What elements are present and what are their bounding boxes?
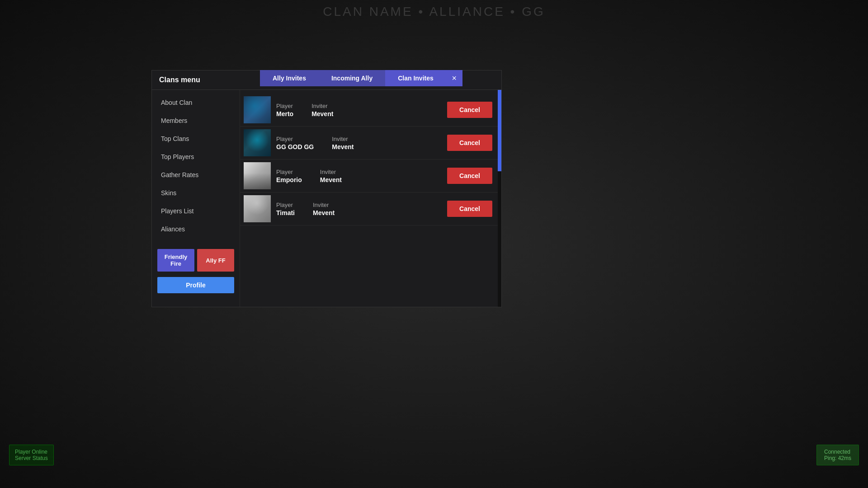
cancel-button-4[interactable]: Cancel [447, 201, 492, 217]
bottom-right-line2: Ping: 42ms [824, 455, 851, 461]
clans-dialog: Clans menu About Clan Members Top Clans … [151, 70, 502, 307]
invite-inviter-3: Inviter Mevent [320, 169, 342, 183]
invite-row-4: Player Timati Inviter Mevent Cancel [240, 192, 501, 225]
friendly-fire-button[interactable]: Friendly Fire [157, 249, 194, 272]
sidebar-item-gather-rates[interactable]: Gather Rates [152, 166, 240, 184]
invite-player-1: Player Merto [276, 103, 293, 117]
close-button[interactable]: × [446, 70, 462, 86]
bottom-left-widget: Player Online Server Status [9, 445, 54, 465]
bottom-right-widget: Connected Ping: 42ms [816, 445, 859, 465]
tabs-bar: Ally Invites Incoming Ally Clan Invites … [260, 70, 462, 86]
invite-info-2: Player GG GOD GG Inviter Mevent [276, 136, 442, 150]
inviter-name-3: Mevent [320, 176, 342, 183]
sidebar-item-members[interactable]: Members [152, 112, 240, 130]
top-background-text: CLAN NAME • ALLIANCE • GG [323, 0, 545, 19]
bottom-left-line2: Server Status [15, 455, 48, 461]
dialog-body: About Clan Members Top Clans Top Players… [152, 90, 501, 307]
ally-ff-button[interactable]: Ally FF [197, 249, 234, 272]
avatar-timati [244, 195, 271, 222]
inviter-label-1: Inviter [311, 103, 333, 109]
inviter-label-2: Inviter [332, 136, 354, 142]
sidebar-item-aliances[interactable]: Aliances [152, 220, 240, 238]
invite-inviter-4: Inviter Mevent [313, 202, 335, 216]
sidebar-item-about-clan[interactable]: About Clan [152, 94, 240, 112]
player-label-2: Player [276, 136, 314, 142]
inviter-name-2: Mevent [332, 143, 354, 150]
player-name-2: GG GOD GG [276, 143, 314, 150]
invite-row-3: Player Emporio Inviter Mevent Cancel [240, 160, 501, 192]
player-label-1: Player [276, 103, 293, 109]
bottom-right-line1: Connected [824, 449, 851, 455]
invite-inviter-2: Inviter Mevent [332, 136, 354, 150]
sidebar-item-players-list[interactable]: Players List [152, 202, 240, 220]
content-area: Player Merto Inviter Mevent Cancel Playe… [240, 90, 501, 307]
tab-incoming-ally[interactable]: Incoming Ally [319, 70, 385, 86]
tab-ally-invites[interactable]: Ally Invites [260, 70, 319, 86]
cancel-button-2[interactable]: Cancel [447, 135, 492, 151]
invite-player-3: Player Emporio [276, 169, 302, 183]
player-label-3: Player [276, 169, 302, 175]
inviter-label-3: Inviter [320, 169, 342, 175]
tab-clan-invites[interactable]: Clan Invites [385, 70, 446, 86]
invite-row-2: Player GG GOD GG Inviter Mevent Cancel [240, 127, 501, 160]
invite-info-3: Player Emporio Inviter Mevent [276, 169, 442, 183]
invite-player-4: Player Timati [276, 202, 295, 216]
player-name-3: Emporio [276, 176, 302, 183]
invite-player-2: Player GG GOD GG [276, 136, 314, 150]
scrollbar-thumb[interactable] [498, 90, 501, 171]
inviter-name-4: Mevent [313, 209, 335, 216]
avatar-merto [244, 96, 271, 123]
scrollbar-track[interactable] [498, 90, 501, 307]
avatar-emporio [244, 162, 271, 189]
dialog-title: Clans menu [159, 76, 200, 84]
sidebar-action-buttons: Friendly Fire Ally FF [152, 242, 240, 275]
bottom-left-line1: Player Online [15, 449, 48, 455]
invite-info-1: Player Merto Inviter Mevent [276, 103, 442, 117]
player-label-4: Player [276, 202, 295, 208]
sidebar-item-top-clans[interactable]: Top Clans [152, 130, 240, 148]
invite-row-1: Player Merto Inviter Mevent Cancel [240, 94, 501, 127]
player-name-1: Merto [276, 110, 293, 117]
invite-info-4: Player Timati Inviter Mevent [276, 202, 442, 216]
sidebar-item-skins[interactable]: Skins [152, 184, 240, 202]
inviter-label-4: Inviter [313, 202, 335, 208]
profile-button[interactable]: Profile [157, 277, 234, 293]
invite-inviter-1: Inviter Mevent [311, 103, 333, 117]
inviter-name-1: Mevent [311, 110, 333, 117]
sidebar: About Clan Members Top Clans Top Players… [152, 90, 240, 307]
cancel-button-1[interactable]: Cancel [447, 102, 492, 118]
player-name-4: Timati [276, 209, 295, 216]
cancel-button-3[interactable]: Cancel [447, 168, 492, 184]
sidebar-item-top-players[interactable]: Top Players [152, 148, 240, 166]
avatar-gg-god-gg [244, 129, 271, 156]
